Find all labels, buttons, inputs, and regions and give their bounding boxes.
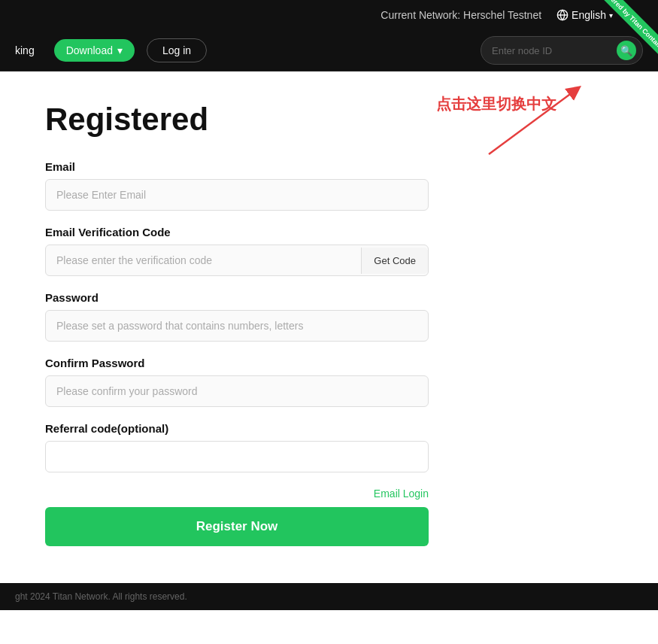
footer: ght 2024 Titan Network. All rights reser… (0, 583, 658, 610)
footer-text: ght 2024 Titan Network. All rights reser… (15, 591, 187, 602)
node-id-wrapper: 🔍 (481, 36, 643, 65)
referral-input[interactable]: yuLDvR (45, 441, 429, 472)
password-input[interactable] (45, 310, 429, 342)
annotation: 点击这里切换中文 (436, 94, 556, 114)
top-bar: Current Network: Herschel Testnet Englis… (0, 0, 658, 30)
register-label: Register Now (196, 519, 278, 533)
verification-row: Get Code (45, 245, 429, 276)
download-button[interactable]: Download ▾ (54, 39, 135, 62)
annotation-text: 点击这里切换中文 (436, 96, 556, 112)
search-icon: 🔍 (620, 45, 632, 56)
verification-group: Email Verification Code Get Code (45, 226, 613, 276)
confirm-password-input[interactable] (45, 375, 429, 407)
password-label: Password (45, 291, 613, 304)
verification-label: Email Verification Code (45, 226, 613, 238)
confirm-password-label: Confirm Password (45, 357, 613, 369)
password-group: Password (45, 291, 613, 342)
email-input[interactable] (45, 179, 429, 211)
nav-bar: king Download ▾ Log in 🔍 (0, 30, 658, 71)
login-label: Log in (162, 44, 191, 56)
email-label: Email (45, 160, 613, 173)
globe-icon (556, 9, 569, 21)
network-label: Current Network: Herschel Testnet (381, 9, 541, 21)
email-group: Email (45, 160, 613, 211)
language-label: English (572, 9, 606, 21)
confirm-password-group: Confirm Password (45, 357, 613, 407)
search-button[interactable]: 🔍 (617, 41, 636, 60)
download-label: Download (66, 44, 113, 56)
node-id-input[interactable] (492, 45, 612, 56)
chevron-down-icon: ▾ (609, 11, 613, 20)
register-button[interactable]: Register Now (45, 507, 429, 546)
get-code-button[interactable]: Get Code (361, 248, 428, 274)
main-content: Registered 点击这里切换中文 Email Email Verifica… (0, 71, 658, 583)
referral-group: Referral code(optional) yuLDvR (45, 422, 613, 472)
referral-label: Referral code(optional) (45, 422, 613, 435)
download-chevron-icon: ▾ (117, 44, 123, 56)
email-login-link[interactable]: Email Login (45, 488, 429, 500)
verification-input[interactable] (46, 245, 361, 275)
login-button[interactable]: Log in (147, 38, 207, 62)
get-code-label: Get Code (374, 255, 416, 266)
language-selector[interactable]: English ▾ (556, 9, 613, 21)
nav-brand: king (15, 44, 35, 56)
